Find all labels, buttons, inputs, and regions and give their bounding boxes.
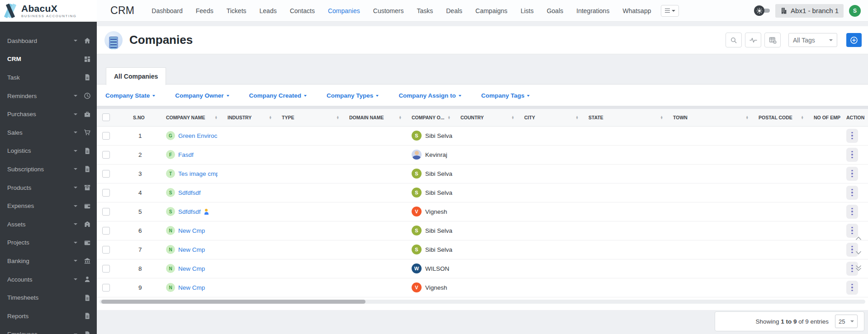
filter-company-state[interactable]: Company State [105, 92, 155, 99]
company-link[interactable]: New Cmp [178, 265, 205, 272]
row-checkbox[interactable] [102, 227, 110, 235]
sidebar-item-employees[interactable]: Employees [0, 325, 97, 334]
row-checkbox[interactable] [102, 189, 110, 197]
select-all-checkbox[interactable] [102, 113, 110, 121]
nav-item-companies[interactable]: Companies [328, 7, 360, 14]
tab-all-companies[interactable]: All Companies [106, 67, 166, 85]
column-header-postal-code[interactable]: POSTAL CODE▲▼ [753, 109, 808, 126]
sort-icons[interactable]: ▲▼ [215, 116, 218, 119]
filter-company-created[interactable]: Company Created [249, 92, 307, 99]
branch-selector[interactable]: Abx1 - branch 1 [775, 4, 844, 18]
row-checkbox[interactable] [102, 170, 110, 178]
list-view-menu-button[interactable] [661, 5, 679, 17]
sort-icons[interactable]: ▲▼ [399, 116, 402, 119]
sidebar-item-expenses[interactable]: Expenses [0, 197, 97, 215]
column-header-state[interactable]: STATE▲▼ [583, 109, 668, 126]
company-link[interactable]: New Cmp [178, 246, 205, 253]
column-header-company-name[interactable]: COMPANY NAME▲▼ [161, 109, 222, 126]
row-actions-kebab-button[interactable] [846, 148, 858, 162]
sidebar-item-reports[interactable]: Reports [0, 307, 97, 325]
sort-icons[interactable]: ▲▼ [746, 116, 749, 119]
sort-icons[interactable]: ▲▼ [801, 116, 804, 119]
all-tags-select[interactable]: All Tags [788, 33, 837, 47]
activity-button[interactable] [745, 33, 761, 47]
company-link[interactable]: New Cmp [178, 227, 205, 234]
column-header-city[interactable]: CITY▲▼ [519, 109, 583, 126]
column-header-country[interactable]: COUNTRY▲▼ [455, 109, 519, 126]
row-checkbox[interactable] [102, 208, 110, 216]
table-top-scrollbar[interactable] [97, 106, 868, 109]
sidebar-item-accounts[interactable]: Accounts [0, 270, 97, 289]
sidebar-item-banking[interactable]: Banking [0, 252, 97, 270]
profile-avatar[interactable]: S [849, 5, 861, 17]
row-checkbox[interactable] [102, 132, 110, 140]
column-header-domain-name[interactable]: DOMAIN NAME▲▼ [344, 109, 406, 126]
nav-item-tickets[interactable]: Tickets [227, 7, 247, 14]
scroll-to-bottom-button[interactable] [854, 264, 863, 272]
scrollbar-thumb[interactable] [101, 300, 365, 304]
sidebar-item-crm[interactable]: CRM [0, 50, 97, 69]
row-actions-kebab-button[interactable] [846, 167, 858, 181]
filter-company-owner[interactable]: Company Owner [175, 92, 229, 99]
nav-item-dashboard[interactable]: Dashboard [152, 7, 183, 14]
scroll-up-button[interactable] [854, 235, 863, 241]
filter-company-tags[interactable]: Company Tags [481, 92, 530, 99]
row-checkbox[interactable] [102, 284, 110, 292]
sort-icons[interactable]: ▲▼ [269, 116, 272, 119]
nav-item-lists[interactable]: Lists [521, 7, 534, 14]
company-link[interactable]: New Cmp [178, 284, 205, 291]
sidebar-item-timesheets[interactable]: Timesheets [0, 288, 97, 307]
brand-logo[interactable]: AbacuX BUSINESS ACCOUNTING [0, 0, 97, 22]
sidebar-item-reminders[interactable]: Reminders [0, 87, 97, 105]
nav-item-campaigns[interactable]: Campaigns [475, 7, 508, 14]
sidebar-item-task[interactable]: Task [0, 68, 97, 87]
row-checkbox[interactable] [102, 265, 110, 273]
scroll-down-button[interactable] [854, 250, 863, 255]
sort-icons[interactable]: ▲▼ [512, 116, 514, 119]
company-link[interactable]: Green Envirocare [178, 132, 218, 139]
sort-icons[interactable]: ▲▼ [576, 116, 579, 119]
company-link[interactable]: Tes image cmp [178, 170, 218, 177]
nav-item-leads[interactable]: Leads [260, 7, 277, 14]
nav-item-goals[interactable]: Goals [547, 7, 564, 14]
sidebar-item-assets[interactable]: Assets [0, 215, 97, 234]
sort-icons[interactable]: ▲▼ [337, 116, 339, 119]
column-settings-button[interactable] [764, 33, 781, 47]
archive-icon [83, 184, 91, 192]
row-checkbox[interactable] [102, 151, 110, 159]
row-actions-kebab-button[interactable] [846, 281, 858, 295]
sort-icons[interactable]: ▲▼ [448, 116, 451, 119]
search-button[interactable] [726, 33, 742, 47]
row-actions-kebab-button[interactable] [846, 129, 858, 143]
column-header-type[interactable]: TYPE▲▼ [276, 109, 344, 126]
nav-item-customers[interactable]: Customers [373, 7, 404, 14]
sidebar-item-dashboard[interactable]: Dashboard [0, 32, 97, 50]
sidebar-item-products[interactable]: Products [0, 179, 97, 197]
column-header-industry[interactable]: INDUSTRY▲▼ [222, 109, 276, 126]
sidebar-item-sales[interactable]: Sales [0, 123, 97, 142]
nav-item-whatsapp[interactable]: Whatsapp [622, 7, 651, 14]
nav-item-feeds[interactable]: Feeds [196, 7, 213, 14]
company-link[interactable]: Fasdf [178, 151, 194, 158]
row-actions-kebab-button[interactable] [846, 186, 858, 200]
company-link[interactable]: Sdfdfsdf [178, 208, 201, 215]
nav-item-integrations[interactable]: Integrations [576, 7, 609, 14]
row-checkbox[interactable] [102, 246, 110, 254]
dark-mode-toggle[interactable] [754, 5, 770, 16]
nav-item-contacts[interactable]: Contacts [290, 7, 315, 14]
add-company-button[interactable] [846, 33, 862, 47]
filter-company-types[interactable]: Company Types [327, 92, 379, 99]
sidebar-item-projects[interactable]: Projects [0, 234, 97, 252]
page-size-select[interactable]: 25 [835, 315, 858, 328]
column-header-town[interactable]: TOWN▲▼ [668, 109, 753, 126]
sidebar-item-subscriptions[interactable]: Subscriptions [0, 160, 97, 179]
company-link[interactable]: Sdfdfsdf [178, 189, 201, 196]
sidebar-item-purchases[interactable]: Purchases [0, 105, 97, 123]
nav-item-deals[interactable]: Deals [446, 7, 462, 14]
row-actions-kebab-button[interactable] [846, 205, 858, 219]
filter-company-assign-to[interactable]: Company Assign to [398, 92, 461, 99]
column-header-company-o[interactable]: COMPANY O...▲▼ [406, 109, 455, 126]
sort-icons[interactable]: ▲▼ [660, 116, 663, 119]
nav-item-tasks[interactable]: Tasks [417, 7, 433, 14]
sidebar-item-logistics[interactable]: Logistics [0, 142, 97, 160]
